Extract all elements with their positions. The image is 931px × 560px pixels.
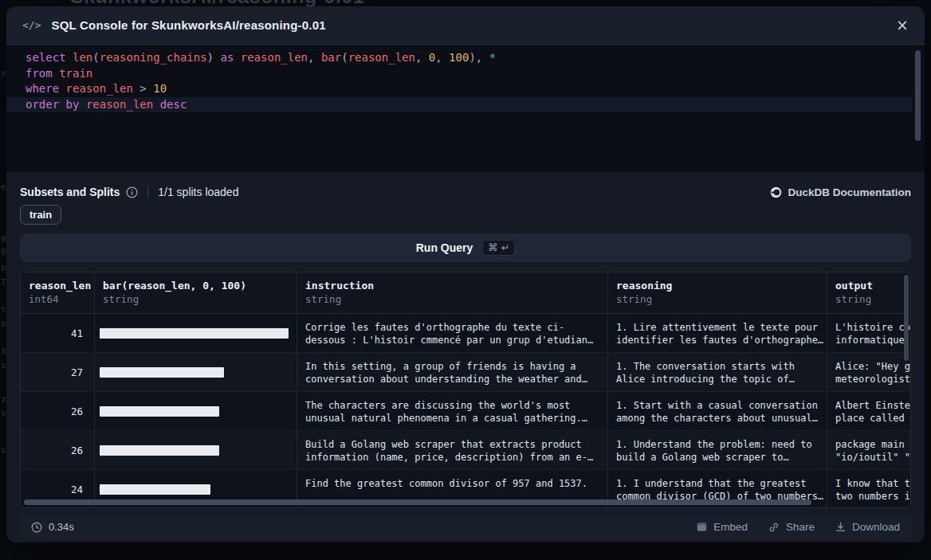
run-query-label: Run Query bbox=[416, 241, 473, 254]
embed-icon bbox=[697, 522, 707, 532]
column-header-bar-reason-len-0-100-: bar(reason_len, 0, 100)string bbox=[95, 272, 297, 313]
sql-console-modal: </> SQL Console for SkunkworksAI/reasoni… bbox=[6, 6, 925, 542]
code-line: from train bbox=[6, 66, 912, 82]
subsets-and-splits-bar: Subsets and Splits 1/1 splits loaded Duc… bbox=[20, 183, 911, 201]
editor-vertical-scrollbar[interactable] bbox=[915, 50, 921, 168]
modal-title: SQL Console for SkunkworksAI/reasoning-0… bbox=[51, 18, 325, 32]
background-text-fragment: v bbox=[1, 408, 6, 418]
cell-reason-len: 26 bbox=[21, 392, 95, 430]
column-type: int64 bbox=[29, 293, 86, 305]
keyboard-shortcut-badge: ⌘ ↵ bbox=[482, 240, 515, 256]
cell-instruction: The characters are discussing the world'… bbox=[297, 392, 608, 430]
table-header-row: reason_lenint64bar(reason_len, 0, 100)st… bbox=[21, 272, 910, 314]
column-header-output: outputstring bbox=[827, 272, 911, 313]
table-row: 26The characters are discussing the worl… bbox=[21, 392, 910, 431]
background-text-fragment: v bbox=[1, 68, 6, 78]
duckdb-documentation-link[interactable]: DuckDB Documentation bbox=[770, 186, 911, 198]
editor-scrollbar-thumb[interactable] bbox=[915, 50, 921, 141]
code-line-active: order by reason_len desc bbox=[6, 97, 912, 113]
run-query-button[interactable]: Run Query ⌘ ↵ bbox=[20, 233, 911, 262]
column-type: string bbox=[835, 293, 911, 305]
background-text-fragment: s bbox=[1, 360, 6, 370]
download-icon bbox=[835, 522, 846, 532]
table-vertical-scrollbar[interactable] bbox=[904, 275, 909, 504]
cell-instruction: Corrige les fautes d'orthographe du text… bbox=[297, 314, 608, 352]
background-page: SkunkworksAI/reasoning-0.01 bbox=[0, 0, 931, 6]
code-icon: </> bbox=[22, 19, 41, 31]
value-bar bbox=[100, 367, 224, 378]
cell-reason-len: 41 bbox=[21, 314, 95, 352]
cell-reasoning: 1. Understand the problem: need to build… bbox=[608, 431, 827, 469]
value-bar bbox=[100, 328, 289, 339]
cell-bar bbox=[95, 392, 297, 430]
modal-footer: 0.34s Embed Share bbox=[20, 514, 911, 540]
splits-loaded-status: 1/1 splits loaded bbox=[158, 186, 238, 198]
cell-output: Albert Einste place called bbox=[827, 392, 911, 430]
table-body: 41Corrige les fautes d'orthographe du te… bbox=[21, 314, 910, 508]
close-icon[interactable]: × bbox=[896, 18, 909, 33]
background-page-title: SkunkworksAI/reasoning-0.01 bbox=[70, 0, 364, 6]
duckdb-logo-icon bbox=[770, 186, 782, 198]
table-row: 26Build a Golang web scraper that extrac… bbox=[21, 431, 910, 470]
embed-button[interactable]: Embed bbox=[697, 521, 748, 533]
link-icon bbox=[768, 522, 780, 533]
column-header-reasoning: reasoningstring bbox=[608, 272, 827, 313]
download-button[interactable]: Download bbox=[835, 521, 900, 533]
background-text-fragment: z bbox=[1, 394, 6, 405]
code-line: where reason_len > 10 bbox=[6, 81, 912, 97]
share-button[interactable]: Share bbox=[768, 521, 815, 533]
split-chip-train[interactable]: train bbox=[20, 205, 61, 225]
clock-icon bbox=[31, 522, 42, 533]
table-row: 41Corrige les fautes d'orthographe du te… bbox=[21, 314, 910, 353]
download-label: Download bbox=[852, 521, 900, 533]
modal-titlebar: </> SQL Console for SkunkworksAI/reasoni… bbox=[6, 6, 925, 45]
results-table: reason_lenint64bar(reason_len, 0, 100)st… bbox=[20, 272, 911, 508]
code-line: select len(reasoning_chains) as reason_l… bbox=[6, 50, 912, 66]
cell-reason-len: 27 bbox=[21, 353, 95, 391]
background-text-fragment: e bbox=[1, 182, 6, 192]
column-name: output bbox=[835, 280, 911, 292]
cell-reasoning: 1. Lire attentivement le texte pour iden… bbox=[608, 314, 827, 352]
value-bar bbox=[100, 445, 219, 456]
query-duration-value: 0.34s bbox=[49, 521, 74, 533]
column-type: string bbox=[103, 293, 289, 305]
column-type: string bbox=[305, 293, 599, 305]
sql-editor[interactable]: select len(reasoning_chains) as reason_l… bbox=[6, 45, 925, 172]
column-name: bar(reason_len, 0, 100) bbox=[103, 280, 289, 292]
footer-actions: Embed Share Download bbox=[697, 521, 900, 533]
cell-output: package main "io/ioutil" " bbox=[827, 431, 911, 469]
table-horizontal-scrollbar[interactable] bbox=[24, 499, 905, 505]
embed-label: Embed bbox=[713, 521, 748, 533]
cell-reason-len: 26 bbox=[21, 431, 95, 469]
share-label: Share bbox=[786, 521, 815, 533]
cell-bar bbox=[95, 353, 297, 391]
table-hscrollbar-thumb[interactable] bbox=[24, 499, 811, 505]
cell-output: L'histoire co informatique bbox=[827, 314, 911, 352]
column-header-instruction: instructionstring bbox=[297, 272, 608, 313]
column-name: reasoning bbox=[616, 280, 819, 292]
background-text-fragment: b bbox=[1, 263, 6, 273]
value-bar bbox=[100, 406, 219, 417]
cell-reasoning: 1. The conversation starts with Alice in… bbox=[608, 353, 827, 391]
table-vscrollbar-thumb[interactable] bbox=[904, 275, 909, 361]
cell-instruction: Build a Golang web scraper that extracts… bbox=[297, 431, 608, 469]
cell-output: Alice: "Hey g meteorologist bbox=[827, 353, 911, 391]
column-name: instruction bbox=[305, 280, 599, 292]
column-type: string bbox=[616, 293, 819, 305]
sql-code: select len(reasoning_chains) as reason_l… bbox=[6, 50, 912, 112]
query-duration: 0.34s bbox=[31, 521, 74, 533]
screen: SkunkworksAI/reasoning-0.01 vegeg abThth… bbox=[0, 0, 931, 560]
value-bar bbox=[100, 484, 210, 495]
cell-reasoning: 1. Start with a casual conversation amon… bbox=[608, 392, 827, 430]
cell-bar bbox=[95, 314, 297, 352]
column-header-reason-len: reason_lenint64 bbox=[21, 272, 95, 313]
duckdb-documentation-label: DuckDB Documentation bbox=[788, 186, 911, 198]
info-icon[interactable] bbox=[126, 186, 138, 198]
cell-bar bbox=[95, 431, 297, 469]
divider bbox=[147, 186, 148, 198]
cell-instruction: In this setting, a group of friends is h… bbox=[297, 353, 608, 391]
subsets-label: Subsets and Splits bbox=[20, 186, 120, 198]
table-row: 27In this setting, a group of friends is… bbox=[21, 353, 910, 392]
column-name: reason_len bbox=[29, 280, 86, 292]
